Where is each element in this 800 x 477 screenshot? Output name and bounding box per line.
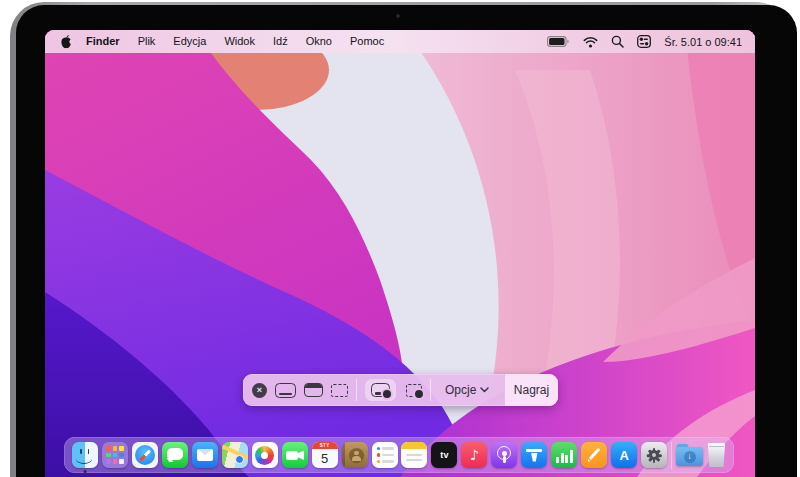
menu-item-idz[interactable]: Idź bbox=[264, 30, 297, 53]
dock: STY 5 bbox=[64, 437, 734, 473]
menu-item-widok[interactable]: Widok bbox=[215, 30, 264, 53]
calendar-month: STY bbox=[312, 442, 338, 449]
download-arrow-icon: ↓ bbox=[684, 451, 696, 463]
dock-item-facetime[interactable] bbox=[282, 437, 308, 473]
selection-icon bbox=[331, 384, 348, 397]
menu-item-plik[interactable]: Plik bbox=[129, 30, 165, 53]
dock-item-music[interactable]: ♪ bbox=[461, 437, 487, 473]
apple-menu[interactable] bbox=[60, 34, 73, 50]
pages-icon bbox=[581, 442, 607, 468]
menu-item-okno[interactable]: Okno bbox=[297, 30, 341, 53]
dock-item-tv[interactable]: tv bbox=[431, 437, 457, 473]
dock-item-calendar[interactable]: STY 5 bbox=[312, 437, 338, 473]
notes-icon bbox=[401, 442, 427, 468]
battery-icon[interactable] bbox=[547, 36, 570, 47]
safari-icon bbox=[132, 442, 158, 468]
podcasts-icon bbox=[491, 442, 517, 468]
messages-icon bbox=[162, 442, 188, 468]
launchpad-icon bbox=[102, 442, 128, 468]
chevron-down-icon bbox=[480, 387, 489, 393]
options-dropdown[interactable]: Opcje bbox=[439, 383, 493, 397]
maps-icon bbox=[222, 442, 248, 468]
keynote-icon bbox=[521, 442, 547, 468]
dock-item-reminders[interactable] bbox=[372, 437, 398, 473]
apple-tv-icon: tv bbox=[431, 442, 457, 468]
app-store-icon: A bbox=[611, 442, 637, 468]
dock-item-contacts[interactable] bbox=[342, 437, 368, 473]
contacts-icon bbox=[342, 442, 368, 468]
wifi-icon[interactable] bbox=[583, 36, 598, 48]
downloads-folder-icon: ↓ bbox=[676, 444, 703, 466]
capture-entire-screen-button[interactable] bbox=[275, 383, 296, 398]
dock-item-finder[interactable] bbox=[72, 437, 98, 473]
record-entire-screen-button[interactable] bbox=[365, 379, 396, 401]
calendar-icon: STY 5 bbox=[312, 442, 338, 468]
dock-item-mail[interactable] bbox=[192, 437, 218, 473]
record-screen-icon bbox=[371, 383, 390, 397]
toolbar-separator bbox=[356, 379, 357, 401]
dock-item-downloads[interactable]: ↓ bbox=[676, 437, 703, 473]
dock-item-system-preferences[interactable] bbox=[641, 437, 667, 473]
dock-item-notes[interactable] bbox=[401, 437, 427, 473]
numbers-icon bbox=[551, 442, 577, 468]
dock-item-launchpad[interactable] bbox=[102, 437, 128, 473]
menu-item-edycja[interactable]: Edycja bbox=[164, 30, 215, 53]
gear-icon bbox=[641, 442, 667, 468]
menu-item-finder[interactable]: Finder bbox=[77, 30, 129, 53]
capture-window-button[interactable] bbox=[304, 383, 323, 397]
screenshot-root: Finder Plik Edycja Widok Idź Okno Pomoc bbox=[0, 0, 800, 477]
dock-item-app-store[interactable]: A bbox=[611, 437, 637, 473]
webcam-icon bbox=[396, 14, 400, 18]
facetime-icon bbox=[282, 442, 308, 468]
dock-item-messages[interactable] bbox=[162, 437, 188, 473]
dock-item-safari[interactable] bbox=[132, 437, 158, 473]
menu-bar-status: Śr. 5.01 o 09:41 bbox=[547, 35, 755, 48]
dock-item-maps[interactable] bbox=[222, 437, 248, 473]
trash-icon bbox=[707, 443, 726, 467]
dock-item-podcasts[interactable] bbox=[491, 437, 517, 473]
menu-bar: Finder Plik Edycja Widok Idź Okno Pomoc bbox=[45, 30, 755, 53]
record-button[interactable]: Nagraj bbox=[504, 374, 558, 406]
search-icon[interactable] bbox=[611, 35, 624, 48]
record-dot-icon bbox=[381, 388, 393, 400]
menu-item-pomoc[interactable]: Pomoc bbox=[341, 30, 393, 53]
running-indicator bbox=[84, 470, 87, 473]
dock-divider bbox=[671, 442, 672, 469]
photos-icon bbox=[252, 442, 278, 468]
menu-bar-clock[interactable]: Śr. 5.01 o 09:41 bbox=[664, 36, 742, 48]
window-icon bbox=[304, 383, 323, 397]
dock-item-numbers[interactable] bbox=[551, 437, 577, 473]
mail-icon bbox=[192, 442, 218, 468]
display-screen: Finder Plik Edycja Widok Idź Okno Pomoc bbox=[45, 30, 755, 477]
options-label: Opcje bbox=[445, 383, 476, 397]
reminders-icon bbox=[372, 442, 398, 468]
dock-item-keynote[interactable] bbox=[521, 437, 547, 473]
screenshot-toolbar: × Opcje bbox=[243, 374, 558, 406]
dock-item-trash[interactable] bbox=[707, 437, 726, 473]
record-selection-button[interactable] bbox=[406, 384, 422, 397]
record-dot-icon bbox=[413, 388, 425, 400]
menu-bar-left: Finder Plik Edycja Widok Idź Okno Pomoc bbox=[45, 30, 393, 53]
dock-item-pages[interactable] bbox=[581, 437, 607, 473]
capture-selection-button[interactable] bbox=[331, 384, 348, 397]
control-center-icon[interactable] bbox=[637, 35, 651, 48]
calendar-day: 5 bbox=[312, 449, 338, 468]
dock-item-photos[interactable] bbox=[252, 437, 278, 473]
screen-icon bbox=[275, 383, 296, 398]
finder-icon bbox=[72, 442, 98, 468]
close-icon[interactable]: × bbox=[252, 383, 267, 398]
monterey-wallpaper bbox=[45, 30, 755, 477]
toolbar-separator bbox=[430, 379, 431, 401]
music-icon: ♪ bbox=[461, 442, 487, 468]
